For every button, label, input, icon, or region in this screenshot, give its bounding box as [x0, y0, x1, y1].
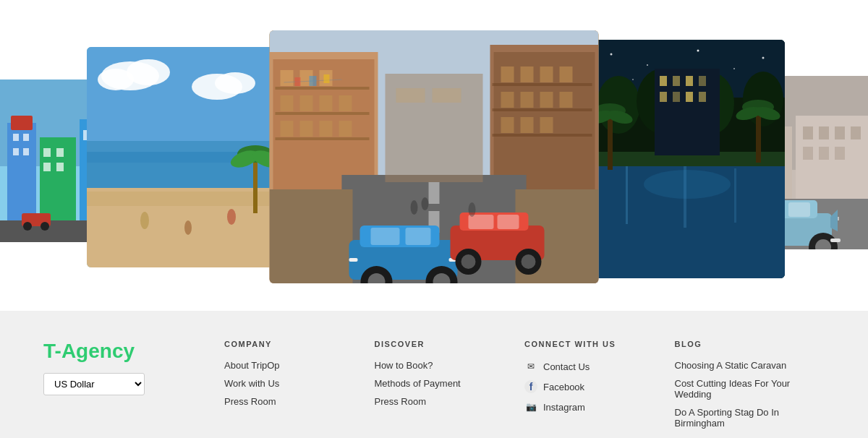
footer-link-payment[interactable]: Methods of Payment [375, 378, 511, 389]
svg-rect-48 [300, 95, 313, 111]
svg-rect-63 [560, 66, 573, 82]
svg-rect-7 [13, 134, 19, 141]
svg-rect-76 [429, 182, 440, 204]
footer-brand: T-Agency US Dollar Euro GBP AUD [43, 340, 203, 436]
footer-connect-title: CONNECT WITH US [524, 340, 660, 348]
svg-rect-61 [521, 66, 534, 82]
footer-blog-link-caravan[interactable]: Choosing A Static Caravan [675, 360, 811, 371]
svg-point-112 [647, 64, 648, 66]
svg-rect-73 [493, 134, 592, 137]
svg-rect-130 [608, 112, 613, 170]
gallery-container [0, 0, 868, 311]
svg-rect-141 [686, 76, 693, 86]
footer-facebook[interactable]: f Facebook [524, 380, 660, 393]
instagram-icon: 📷 [524, 400, 537, 413]
svg-point-21 [23, 222, 32, 231]
svg-rect-106 [295, 77, 301, 86]
svg-rect-55 [276, 87, 370, 90]
svg-rect-14 [56, 163, 64, 171]
footer-link-about[interactable]: About TripOp [224, 360, 360, 371]
footer-blog-link-sporting[interactable]: Do A Sporting Stag Do In Birmingham [675, 407, 811, 429]
svg-rect-13 [43, 163, 51, 171]
currency-dropdown[interactable]: US Dollar Euro GBP AUD [43, 373, 145, 395]
svg-rect-65 [521, 92, 534, 108]
gallery-image-right[interactable] [590, 40, 785, 278]
svg-rect-178 [830, 239, 841, 242]
svg-rect-83 [371, 228, 400, 245]
footer-logo: T-Agency [43, 340, 203, 363]
svg-rect-33 [87, 192, 278, 206]
svg-point-34 [140, 212, 149, 229]
footer-discover-col: DISCOVER How to Book? Methods of Payment… [375, 340, 525, 436]
svg-rect-50 [339, 95, 352, 111]
svg-point-98 [522, 254, 536, 269]
svg-point-96 [461, 254, 476, 269]
svg-point-29 [215, 72, 255, 94]
svg-rect-72 [493, 108, 592, 111]
svg-point-36 [227, 209, 236, 225]
svg-rect-57 [276, 137, 370, 140]
svg-rect-79 [270, 189, 353, 283]
svg-rect-49 [320, 95, 333, 111]
svg-rect-139 [660, 76, 667, 86]
svg-rect-68 [501, 117, 514, 133]
svg-rect-146 [699, 92, 706, 102]
footer-instagram[interactable]: 📷 Instagram [524, 400, 660, 413]
svg-point-116 [632, 79, 634, 80]
svg-rect-89 [349, 258, 358, 262]
svg-rect-3 [11, 116, 33, 130]
svg-rect-71 [493, 83, 592, 86]
svg-point-113 [697, 50, 699, 52]
svg-point-111 [610, 53, 613, 56]
facebook-label: Facebook [543, 382, 584, 392]
footer-blog-col: BLOG Choosing A Static Caravan Cost Cutt… [675, 340, 825, 436]
gallery-section [0, 0, 868, 311]
footer-link-press-company[interactable]: Press Room [224, 396, 360, 407]
footer-link-press-discover[interactable]: Press Room [375, 396, 511, 407]
svg-rect-54 [339, 121, 352, 137]
svg-rect-94 [498, 215, 519, 229]
footer-blog-link-wedding[interactable]: Cost Cutting Ideas For Your Wedding [675, 378, 811, 400]
svg-point-22 [41, 222, 49, 231]
svg-rect-107 [310, 76, 317, 86]
instagram-label: Instagram [543, 402, 585, 413]
svg-rect-104 [433, 88, 461, 103]
svg-rect-12 [56, 148, 64, 157]
svg-rect-84 [406, 228, 431, 245]
svg-point-35 [184, 220, 192, 235]
svg-point-115 [762, 57, 765, 59]
svg-rect-157 [819, 126, 829, 139]
svg-rect-158 [835, 126, 845, 139]
svg-rect-159 [851, 126, 861, 139]
svg-rect-64 [501, 92, 514, 108]
svg-point-101 [469, 202, 476, 217]
svg-rect-156 [803, 126, 813, 139]
footer-connect-col: CONNECT WITH US ✉ Contact Us f Facebook … [524, 340, 675, 436]
gallery-image-left[interactable] [87, 47, 278, 267]
svg-rect-171 [788, 202, 810, 217]
svg-rect-127 [734, 168, 736, 223]
svg-point-99 [411, 200, 418, 215]
svg-rect-142 [699, 76, 706, 86]
footer: T-Agency US Dollar Euro GBP AUD COMPANY … [0, 311, 868, 438]
svg-rect-125 [626, 166, 628, 224]
svg-rect-60 [501, 66, 514, 82]
svg-rect-37 [253, 155, 258, 213]
svg-rect-144 [673, 92, 680, 102]
svg-rect-161 [819, 147, 829, 160]
gallery-image-center[interactable] [270, 30, 599, 283]
svg-rect-56 [276, 112, 370, 115]
svg-rect-62 [540, 66, 553, 82]
currency-selector[interactable]: US Dollar Euro GBP AUD [43, 373, 203, 395]
footer-link-how-to-book[interactable]: How to Book? [375, 360, 511, 371]
svg-rect-162 [835, 147, 845, 160]
svg-point-27 [98, 69, 134, 90]
facebook-icon: f [524, 380, 537, 393]
svg-rect-51 [281, 121, 294, 137]
footer-blog-title: BLOG [675, 340, 811, 348]
svg-rect-47 [281, 95, 294, 111]
footer-contact-us[interactable]: ✉ Contact Us [524, 360, 660, 373]
svg-rect-8 [23, 134, 29, 141]
footer-link-work[interactable]: Work with Us [224, 378, 360, 389]
svg-rect-93 [469, 215, 494, 229]
